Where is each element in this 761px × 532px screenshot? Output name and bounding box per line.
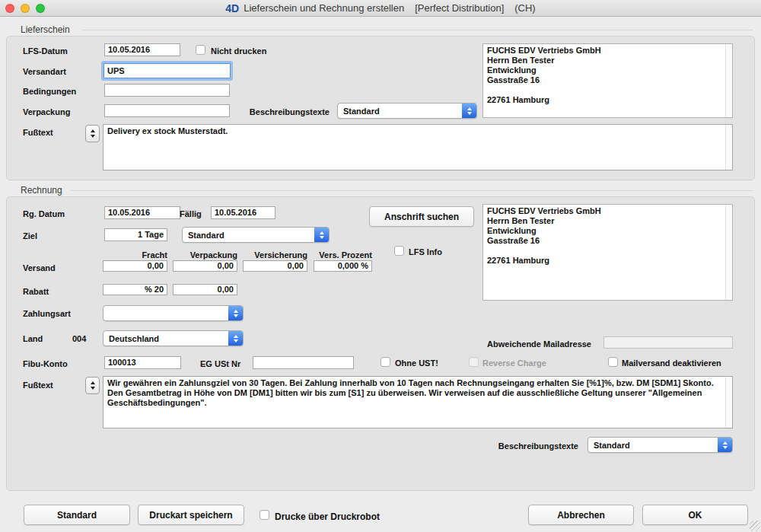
ohne-ust-label: Ohne UST! xyxy=(395,358,438,368)
stepper-up-icon xyxy=(91,129,95,132)
fusstext-rg-label: Fußtext xyxy=(23,381,53,390)
chevron-up-down-icon xyxy=(228,306,243,320)
4d-logo-icon: 4D xyxy=(225,2,239,14)
druckrobot-checkbox[interactable] xyxy=(260,510,269,520)
window-title-region: (CH) xyxy=(514,2,535,14)
faellig-field[interactable]: 10.05.2016 xyxy=(211,206,275,219)
lfs-info-checkbox[interactable] xyxy=(394,246,404,256)
beschreibungstexte-rg-label: Beschreibungstexte xyxy=(457,441,578,451)
bedingungen-label: Bedingungen xyxy=(23,87,76,96)
fusstext-rg-textzone[interactable]: Wir gewähren ein Zahlunsgziel von 30 Tag… xyxy=(103,376,733,428)
rabatt-betrag-field[interactable]: 0,00 xyxy=(173,284,237,295)
fusstext-ls-stepper[interactable] xyxy=(85,125,100,142)
stepper-up-icon xyxy=(91,381,95,384)
chevron-up-down-icon xyxy=(228,331,243,346)
ohne-ust-checkbox[interactable] xyxy=(380,357,390,367)
nicht-drucken-checkbox[interactable] xyxy=(196,45,205,55)
verpackung-kosten-field[interactable]: 0,00 xyxy=(173,260,237,272)
ziel-dropdown[interactable]: Standard xyxy=(182,227,330,243)
address-line xyxy=(487,246,728,256)
land-dropdown[interactable]: Deutschland xyxy=(103,330,244,346)
druckart-speichern-button[interactable]: Druckart speichern xyxy=(138,505,244,525)
address-line: FUCHS EDV Vertriebs GmbH xyxy=(487,206,728,216)
zoom-button[interactable] xyxy=(36,4,45,13)
col-vers-prozent-label: Vers. Prozent xyxy=(307,250,372,260)
dialog-content: Lieferschein LFS-Datum 10.05.2016 Nicht … xyxy=(0,17,761,532)
fibu-konto-label: Fibu-Konto xyxy=(23,359,68,368)
col-versicherung-label: Versicherung xyxy=(243,250,307,260)
chevron-up-down-icon xyxy=(314,228,329,242)
rechnung-section-label: Rechnung xyxy=(21,185,62,196)
close-button[interactable] xyxy=(5,4,14,13)
land-value: Deutschland xyxy=(103,334,228,343)
rechnung-address-scrollbar[interactable] xyxy=(725,205,732,300)
faellig-label: Fällig xyxy=(180,209,202,218)
bedingungen-field[interactable] xyxy=(104,84,230,97)
lieferschein-address-box[interactable]: FUCHS EDV Vertriebs GmbH Herrn Ben Teste… xyxy=(482,43,733,118)
rabatt-label: Rabatt xyxy=(23,287,49,296)
beschreibungstexte-ls-dropdown[interactable]: Standard xyxy=(337,103,477,119)
col-verpackung-label: Verpackung xyxy=(173,250,237,260)
fusstext-rg-stepper[interactable] xyxy=(85,377,100,394)
anschrift-suchen-button[interactable]: Anschrift suchen xyxy=(369,206,474,227)
standard-button[interactable]: Standard xyxy=(24,505,130,525)
lieferschein-address-scrollbar[interactable] xyxy=(725,44,732,117)
address-line: Gasstraße 16 xyxy=(487,236,728,246)
verpackung-field[interactable] xyxy=(104,104,230,117)
reverse-charge-label: Reverse Charge xyxy=(482,358,546,368)
lfs-datum-field[interactable]: 10.05.2016 xyxy=(104,43,180,56)
zahlungsart-dropdown[interactable] xyxy=(103,305,244,321)
rechnung-address-box[interactable]: FUCHS EDV Vertriebs GmbH Herrn Ben Teste… xyxy=(482,204,733,301)
land-code: 004 xyxy=(72,334,86,343)
eg-ust-label: EG USt Nr xyxy=(200,359,240,368)
lfs-datum-label: LFS-Datum xyxy=(23,46,68,56)
fusstext-ls-value: Delivery ex stock Musterstadt. xyxy=(107,126,228,135)
address-line: Herrn Ben Tester xyxy=(487,56,728,65)
versicherung-field[interactable]: 0,00 xyxy=(243,260,307,272)
fusstext-rg-scrollbar[interactable] xyxy=(725,377,732,428)
address-line: Gasstraße 16 xyxy=(487,75,728,85)
rg-datum-field[interactable]: 10.05.2016 xyxy=(104,206,180,219)
ziel-field[interactable]: 1 Tage xyxy=(104,228,167,241)
fusstext-ls-label: Fußtext xyxy=(23,128,53,137)
address-line xyxy=(487,85,728,95)
stepper-down-icon xyxy=(91,135,95,138)
fracht-field[interactable]: 0,00 xyxy=(103,260,167,272)
title-bar: 4D Lieferschein und Rechnung erstellen [… xyxy=(0,0,761,17)
fibu-konto-field[interactable]: 100013 xyxy=(104,356,181,369)
rechnung-section-line xyxy=(71,190,753,191)
vers-prozent-field[interactable]: 0,000 % xyxy=(314,260,372,272)
ziel-label: Ziel xyxy=(23,231,37,241)
zahlungsart-label: Zahlungsart xyxy=(23,309,71,318)
window-resize-grip[interactable] xyxy=(750,521,760,531)
window-title-bracket: [Perfect Distribution] xyxy=(415,2,504,14)
beschreibungstexte-ls-value: Standard xyxy=(338,107,462,116)
minimize-button[interactable] xyxy=(21,4,30,13)
mailversand-deaktivieren-checkbox[interactable] xyxy=(608,357,618,367)
window-title-main: Lieferschein und Rechnung erstellen xyxy=(244,2,404,14)
versand-label: Versand xyxy=(23,263,56,272)
nicht-drucken-label: Nicht drucken xyxy=(211,46,266,56)
beschreibungstexte-rg-value: Standard xyxy=(588,441,718,450)
eg-ust-field[interactable] xyxy=(253,356,354,369)
fusstext-ls-scrollbar[interactable] xyxy=(725,125,732,170)
versandart-field[interactable]: UPS xyxy=(103,63,231,78)
fusstext-rg-value: Wir gewähren ein Zahlunsgziel von 30 Tag… xyxy=(107,378,714,407)
lieferschein-section-label: Lieferschein xyxy=(21,24,70,35)
abbrechen-button[interactable]: Abbrechen xyxy=(528,505,634,525)
ok-button[interactable]: OK xyxy=(642,505,748,525)
lfs-info-label: LFS Info xyxy=(409,247,442,256)
chevron-up-down-icon xyxy=(462,104,476,118)
stepper-down-icon xyxy=(91,387,95,390)
verpackung-label: Verpackung xyxy=(23,107,70,116)
address-line: Herrn Ben Tester xyxy=(487,216,728,226)
rg-datum-label: Rg. Datum xyxy=(23,209,65,218)
address-line: FUCHS EDV Vertriebs GmbH xyxy=(487,46,728,56)
chevron-up-down-icon xyxy=(718,438,732,452)
fusstext-ls-textzone[interactable]: Delivery ex stock Musterstadt. xyxy=(103,124,733,170)
beschreibungstexte-rg-dropdown[interactable]: Standard xyxy=(587,437,733,453)
rabatt-prozent-field[interactable]: % 20 xyxy=(103,284,167,295)
col-fracht-label: Fracht xyxy=(103,250,167,260)
beschreibungstexte-ls-label: Beschreibungstexte xyxy=(240,107,330,116)
abweichende-mailadresse-field[interactable] xyxy=(603,336,733,349)
